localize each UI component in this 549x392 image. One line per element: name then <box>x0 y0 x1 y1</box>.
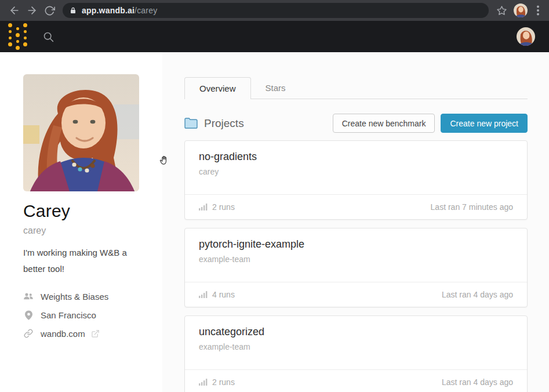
runs-bars-icon <box>199 291 208 298</box>
browser-menu-icon[interactable] <box>533 2 543 19</box>
wandb-logo[interactable] <box>8 23 27 50</box>
browser-toolbar: app.wandb.ai/carey <box>0 0 549 21</box>
last-ran: Last ran 7 minutes ago <box>431 202 513 212</box>
project-card[interactable]: uncategorized example-team 2 runs Last r… <box>184 315 528 392</box>
app-navbar <box>0 21 549 52</box>
last-ran: Last ran 4 days ago <box>442 290 513 299</box>
user-avatar[interactable] <box>517 27 535 46</box>
runs-count: 4 runs <box>212 290 235 299</box>
last-ran: Last ran 4 days ago <box>442 378 513 387</box>
tab-bar: Overview Stars <box>184 77 528 99</box>
profile-location-row: San Francisco <box>23 310 162 320</box>
reload-icon[interactable] <box>41 2 58 19</box>
link-icon <box>23 329 34 338</box>
runs-bars-icon <box>199 379 208 386</box>
create-benchmark-button[interactable]: Create new benchmark <box>333 114 435 133</box>
project-card[interactable]: no-gradients carey 2 runs Last ran 7 min… <box>184 140 528 220</box>
url-text: app.wandb.ai/carey <box>82 6 157 15</box>
bookmark-star-icon[interactable] <box>495 2 508 19</box>
external-link-icon[interactable] <box>91 329 100 338</box>
project-owner: carey <box>199 167 513 176</box>
projects-header: Projects Create new benchmark Create new… <box>184 114 528 133</box>
forward-icon[interactable] <box>23 2 41 19</box>
company-label: Weights & Biases <box>41 292 108 302</box>
profile-page: Carey carey I'm working making W&B a bet… <box>0 52 549 392</box>
project-title[interactable]: uncategorized <box>199 326 513 338</box>
tab-overview[interactable]: Overview <box>184 77 251 99</box>
profile-sidebar: Carey carey I'm working making W&B a bet… <box>0 52 162 392</box>
lock-icon <box>70 6 77 14</box>
project-list: no-gradients carey 2 runs Last ran 7 min… <box>184 140 528 392</box>
profile-photo <box>23 74 139 191</box>
projects-title: Projects <box>204 117 244 130</box>
project-owner: example-team <box>199 255 513 264</box>
profile-username: carey <box>23 226 162 236</box>
profile-website-row: wandb.com <box>23 329 162 339</box>
folder-icon <box>184 118 198 129</box>
tab-stars[interactable]: Stars <box>251 77 300 99</box>
profile-bio: I'm working making W&B a better tool! <box>23 245 137 277</box>
project-title[interactable]: pytorch-ignite-example <box>199 238 513 251</box>
location-pin-icon <box>23 310 34 320</box>
profile-company-row: Weights & Biases <box>23 292 162 302</box>
url-host: app.wandb.ai <box>82 6 134 15</box>
people-icon <box>23 292 34 300</box>
website-link[interactable]: wandb.com <box>41 329 85 339</box>
main-content: Overview Stars Projects Create new bench… <box>184 52 528 392</box>
runs-count: 2 runs <box>212 378 235 387</box>
create-project-button[interactable]: Create new project <box>441 114 528 133</box>
project-card[interactable]: pytorch-ignite-example example-team 4 ru… <box>184 228 528 307</box>
search-icon[interactable] <box>42 31 54 43</box>
project-owner: example-team <box>199 342 513 351</box>
url-path: /carey <box>134 6 157 15</box>
browser-profile-avatar[interactable] <box>514 3 528 17</box>
back-icon[interactable] <box>6 2 23 19</box>
runs-count: 2 runs <box>212 202 235 212</box>
profile-name: Carey <box>23 201 162 221</box>
project-title[interactable]: no-gradients <box>199 151 513 163</box>
runs-bars-icon <box>199 204 208 210</box>
address-bar[interactable]: app.wandb.ai/carey <box>63 3 489 18</box>
location-label: San Francisco <box>41 310 96 320</box>
